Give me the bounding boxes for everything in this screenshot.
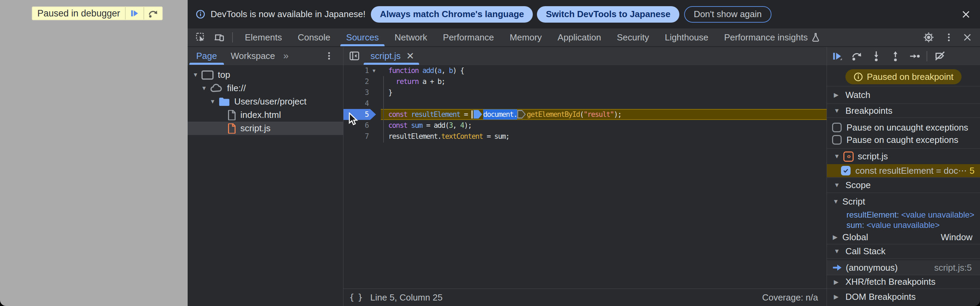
code-line-6[interactable]: 6const sum = add(3, 4); bbox=[344, 120, 827, 131]
step-over-icon bbox=[148, 8, 159, 19]
switch-devtools-japanese-button[interactable]: Switch DevTools to Japanese bbox=[537, 6, 679, 22]
tab-page[interactable]: Page bbox=[189, 47, 224, 65]
tab-console[interactable]: Console bbox=[290, 29, 338, 46]
section-dom-breakpoints[interactable]: ▶DOM Breakpoints bbox=[827, 289, 980, 304]
toggle-navigator-icon[interactable] bbox=[349, 51, 360, 61]
section-xhr-breakpoints[interactable]: ▶XHR/fetch Breakpoints bbox=[827, 275, 980, 288]
info-icon bbox=[196, 10, 205, 19]
paused-banner-label: Paused in debugger bbox=[33, 8, 125, 19]
devtools-panel: DevTools is now available in Japanese! A… bbox=[188, 0, 980, 306]
tab-performance-insights[interactable]: Performance insights bbox=[716, 29, 828, 46]
step-over-icon[interactable] bbox=[851, 50, 862, 62]
step-out-icon[interactable] bbox=[889, 50, 901, 62]
inline-step-marker-icon bbox=[474, 110, 482, 119]
code-text: const resultElement = document.getElemen… bbox=[388, 109, 621, 120]
code-line-3[interactable]: 3} bbox=[344, 87, 827, 98]
tab-sources[interactable]: Sources bbox=[338, 29, 387, 46]
tree-item-script-js[interactable]: script.js bbox=[188, 122, 344, 135]
tab-lighthouse[interactable]: Lighthouse bbox=[657, 29, 716, 46]
settings-gear-icon[interactable] bbox=[923, 31, 935, 43]
expander-icon[interactable]: ▼ bbox=[191, 72, 200, 78]
tab-memory[interactable]: Memory bbox=[502, 29, 550, 46]
tab-workspace[interactable]: Workspace bbox=[224, 47, 282, 65]
resume-script-button[interactable] bbox=[125, 7, 143, 19]
step-icon[interactable] bbox=[909, 50, 921, 62]
code-text: } bbox=[388, 87, 392, 98]
editor-tabstrip: script.js ✕ bbox=[344, 47, 827, 65]
scope-script-row[interactable]: ▼Script bbox=[827, 196, 980, 207]
code-line-7[interactable]: 7resultElement.textContent = sum; bbox=[344, 131, 827, 142]
line-number[interactable]: 4 bbox=[344, 98, 369, 109]
always-match-language-button[interactable]: Always match Chrome's language bbox=[371, 6, 533, 22]
inline-step-marker-icon bbox=[517, 110, 526, 119]
fold-marker-icon[interactable]: ▼ bbox=[372, 65, 375, 76]
code-text: return a + b; bbox=[388, 76, 445, 87]
tab-network[interactable]: Network bbox=[387, 29, 435, 46]
paused-in-debugger-banner: Paused in debugger bbox=[32, 6, 163, 20]
page-viewport: Paused in debugger bbox=[0, 0, 188, 306]
infobar-close-icon[interactable] bbox=[961, 9, 971, 19]
frame-icon bbox=[201, 70, 214, 80]
breakpoint-group-row[interactable]: ▼ ‹› script.js bbox=[827, 149, 980, 164]
pause-uncaught-row[interactable]: Pause on uncaught exceptions bbox=[827, 121, 980, 134]
more-tabs-icon[interactable]: » bbox=[283, 50, 287, 61]
tree-item-project-folder[interactable]: ▼ Users/user/project bbox=[188, 95, 344, 108]
tab-application[interactable]: Application bbox=[550, 29, 609, 46]
expander-icon[interactable]: ▼ bbox=[200, 85, 208, 92]
tab-close-icon[interactable]: ✕ bbox=[406, 50, 414, 62]
devtools-infobar: DevTools is now available in Japanese! A… bbox=[188, 0, 980, 29]
code-line-5[interactable]: 5const resultElement = document.getEleme… bbox=[344, 109, 827, 120]
section-watch[interactable]: ▶Watch bbox=[827, 86, 980, 104]
line-number[interactable]: 7 bbox=[344, 131, 369, 142]
editor-tab-script-js[interactable]: script.js ✕ bbox=[363, 47, 420, 65]
tab-security[interactable]: Security bbox=[609, 29, 657, 46]
scope-var-row[interactable]: sum: <value unavailable> bbox=[827, 220, 980, 230]
script-file-icon: ‹› bbox=[843, 151, 854, 162]
info-icon bbox=[854, 72, 863, 81]
line-number[interactable]: 1 bbox=[344, 65, 369, 76]
deactivate-breakpoints-icon[interactable] bbox=[934, 50, 946, 62]
line-number[interactable]: 2 bbox=[344, 76, 369, 87]
editor-statusbar: { } Line 5, Column 25 Coverage: n/a bbox=[344, 288, 827, 306]
tab-performance[interactable]: Performance bbox=[435, 29, 502, 46]
section-scope[interactable]: ▼Scope bbox=[827, 178, 980, 193]
call-stack-frame-row[interactable]: (anonymous) script.js:5 bbox=[827, 260, 980, 275]
tree-item-file-protocol[interactable]: ▼ file:// bbox=[188, 81, 344, 95]
scope-global-row[interactable]: ▶Global Window bbox=[827, 232, 980, 242]
code-line-4[interactable]: 4 bbox=[344, 98, 827, 109]
code-editor[interactable]: 1▼function add(a, b) {2 return a + b;3}4… bbox=[344, 65, 827, 288]
dont-show-again-button[interactable]: Don't show again bbox=[684, 6, 772, 22]
scope-var-row[interactable]: resultElement: <value unavailable> bbox=[827, 210, 980, 220]
device-toolbar-icon[interactable] bbox=[214, 32, 225, 43]
tree-item-top[interactable]: ▼ top bbox=[188, 68, 344, 81]
resume-script-icon[interactable] bbox=[832, 50, 843, 62]
breakpoint-entry-row[interactable]: const resultElement = doc⋯ 5 bbox=[827, 164, 980, 177]
step-over-button[interactable] bbox=[143, 7, 162, 19]
inspect-element-icon[interactable] bbox=[195, 32, 206, 43]
navigator-more-icon[interactable] bbox=[324, 51, 334, 61]
tab-elements[interactable]: Elements bbox=[237, 29, 290, 46]
devtools-tabbar: ElementsConsoleSourcesNetworkPerformance… bbox=[188, 29, 980, 47]
pause-caught-row[interactable]: Pause on caught exceptions bbox=[827, 134, 980, 146]
step-into-icon[interactable] bbox=[870, 50, 882, 62]
expander-icon[interactable]: ▼ bbox=[208, 98, 217, 105]
code-line-2[interactable]: 2 return a + b; bbox=[344, 76, 827, 87]
section-breakpoints[interactable]: ▼Breakpoints bbox=[827, 104, 980, 118]
checkbox-unchecked[interactable] bbox=[832, 135, 842, 145]
checkbox-unchecked[interactable] bbox=[832, 123, 842, 132]
section-call-stack[interactable]: ▼Call Stack bbox=[827, 244, 980, 258]
line-number[interactable]: 3 bbox=[344, 87, 369, 98]
coverage-label: Coverage: n/a bbox=[762, 292, 818, 303]
devtools-close-icon[interactable] bbox=[962, 32, 972, 43]
debugger-toolbar bbox=[827, 47, 980, 65]
checkbox-checked[interactable] bbox=[841, 166, 851, 175]
cloud-icon bbox=[210, 84, 223, 93]
pretty-print-icon[interactable]: { } bbox=[349, 293, 362, 302]
tree-item-index-html[interactable]: index.html bbox=[188, 108, 344, 122]
more-options-icon[interactable] bbox=[944, 32, 954, 43]
debugger-sidebar: Paused on breakpoint ▶Watch ▼Breakpoints… bbox=[827, 65, 980, 306]
toolbar-divider bbox=[927, 51, 927, 61]
paused-on-breakpoint-badge: Paused on breakpoint bbox=[845, 69, 962, 84]
infobar-message: DevTools is now available in Japanese! bbox=[211, 9, 365, 19]
code-line-1[interactable]: 1▼function add(a, b) { bbox=[344, 65, 827, 76]
